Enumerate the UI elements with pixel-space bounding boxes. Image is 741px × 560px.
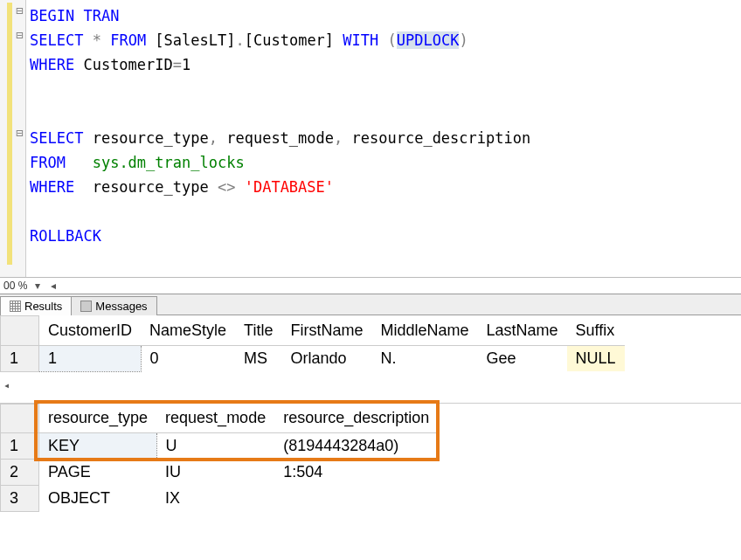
sql-editor[interactable]: ⊟ ⊟ ⊟ BEGIN TRAN SELECT * FROM [SalesLT]… — [0, 0, 741, 278]
column-header[interactable]: Title — [235, 316, 281, 346]
zoom-dropdown-icon[interactable]: ▾ — [32, 280, 43, 291]
cell[interactable]: IX — [156, 486, 274, 512]
scroll-left-icon[interactable]: ◂ — [48, 280, 59, 291]
column-header[interactable]: resource_type — [39, 404, 157, 433]
tab-label: Messages — [95, 300, 147, 313]
tab-label: Results — [24, 300, 62, 313]
change-marker — [7, 3, 12, 265]
column-header[interactable]: CustomerID — [39, 316, 142, 346]
editor-gutter: ⊟ ⊟ ⊟ — [0, 0, 26, 277]
results-grid-1: CustomerIDNameStyleTitleFirstNameMiddleN… — [0, 315, 741, 372]
cell[interactable]: N. — [371, 345, 477, 371]
collapse-icon[interactable]: ⊟ — [16, 126, 23, 140]
table-row[interactable]: 1KEYU(8194443284a0) — [1, 433, 439, 460]
row-header-corner — [1, 404, 39, 433]
zoom-bar: 00 % ▾ ◂ — [0, 278, 741, 294]
tab-results[interactable]: Results — [0, 296, 72, 315]
row-number[interactable]: 1 — [1, 345, 39, 371]
column-header[interactable]: MiddleName — [371, 316, 477, 346]
column-header[interactable]: resource_description — [274, 404, 438, 433]
collapse-icon[interactable]: ⊟ — [16, 28, 23, 42]
table-row[interactable]: 2PAGEIU1:504 — [1, 460, 439, 486]
tab-messages[interactable]: Messages — [71, 296, 156, 315]
cell[interactable] — [274, 486, 438, 512]
column-header[interactable]: LastName — [477, 316, 566, 346]
cell[interactable]: 1:504 — [274, 460, 438, 486]
row-number[interactable]: 2 — [1, 460, 39, 486]
row-header-corner — [1, 316, 39, 346]
cell[interactable]: 1 — [39, 345, 142, 371]
scroll-left-icon[interactable]: ◂ — [3, 379, 10, 391]
results-grid-2: resource_typerequest_moderesource_descri… — [0, 404, 741, 513]
column-header[interactable]: request_mode — [156, 404, 274, 433]
grid-icon — [10, 301, 21, 312]
table-row[interactable]: 3OBJECTIX — [1, 486, 439, 512]
row-number[interactable]: 1 — [1, 433, 39, 460]
column-header[interactable]: NameStyle — [141, 316, 235, 346]
zoom-level: 00 % — [3, 280, 27, 292]
results-tabs: Results Messages — [0, 294, 741, 315]
cell[interactable]: Gee — [477, 345, 566, 371]
messages-icon — [80, 301, 92, 312]
grid-divider: ◂ — [0, 372, 741, 404]
row-number[interactable]: 3 — [1, 486, 39, 512]
cell[interactable]: (8194443284a0) — [274, 433, 438, 460]
cell[interactable]: IU — [156, 460, 274, 486]
cell[interactable]: NULL — [567, 345, 625, 371]
cell[interactable]: MS — [235, 345, 281, 371]
cell[interactable]: Orlando — [281, 345, 371, 371]
cell[interactable]: 0 — [141, 345, 235, 371]
code-area[interactable]: BEGIN TRAN SELECT * FROM [SalesLT].[Cust… — [26, 0, 534, 277]
collapse-icon[interactable]: ⊟ — [16, 3, 23, 17]
cell[interactable]: OBJECT — [39, 486, 157, 512]
cell[interactable]: PAGE — [39, 460, 157, 486]
column-header[interactable]: Suffix — [567, 316, 625, 346]
cell[interactable]: KEY — [39, 433, 157, 460]
table-row[interactable]: 110MSOrlandoN.GeeNULL — [1, 345, 625, 371]
column-header[interactable]: FirstName — [281, 316, 371, 346]
cell[interactable]: U — [156, 433, 274, 460]
